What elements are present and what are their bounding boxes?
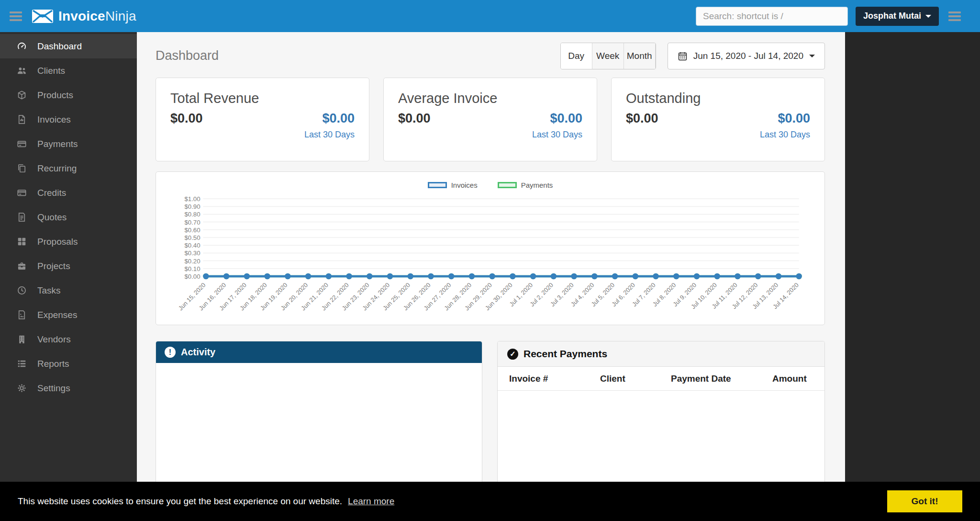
main-content: Dashboard DayWeekMonth Jun 15, 2020 - Ju… <box>137 32 845 482</box>
briefcase-icon <box>16 261 27 272</box>
image-file-icon <box>16 310 27 320</box>
sidebar-item-reports[interactable]: Reports <box>0 351 137 376</box>
payments-table-header: Invoice #ClientPayment DateAmount <box>498 367 824 391</box>
sidebar-toggle-icon[interactable] <box>10 11 22 21</box>
sidebar-item-payments[interactable]: Payments <box>0 132 137 156</box>
learn-more-link[interactable]: Learn more <box>348 496 394 507</box>
stat-card-total: $0.00 <box>626 111 658 126</box>
legend-swatch <box>498 182 517 188</box>
stat-card-period-link[interactable]: Last 30 Days <box>304 130 355 140</box>
svg-text:$0.00: $0.00 <box>184 273 200 280</box>
sidebar-item-settings[interactable]: Settings <box>0 376 137 400</box>
quote-file-icon <box>16 212 27 223</box>
chevron-down-icon <box>925 15 931 18</box>
chevron-down-icon <box>809 55 815 57</box>
svg-text:$0.20: $0.20 <box>184 257 200 264</box>
invoice-file-icon <box>16 114 27 125</box>
sidebar-item-label: Proposals <box>37 237 78 247</box>
recent-payments-panel: ✓ Recent Payments Invoice #ClientPayment… <box>497 341 825 482</box>
top-bar: InvoiceNinja Josphat Mutai <box>0 0 980 32</box>
revenue-chart-panel: InvoicesPayments $1.00$0.90$0.80$0.70$0.… <box>156 171 825 325</box>
stat-card: Outstanding $0.00 $0.00 Last 30 Days <box>611 78 825 161</box>
stat-card-title: Average Invoice <box>398 91 582 106</box>
sidebar-item-products[interactable]: Products <box>0 83 137 107</box>
sidebar-item-projects[interactable]: Projects <box>0 254 137 278</box>
building-icon <box>16 334 27 345</box>
sidebar-item-tasks[interactable]: Tasks <box>0 278 137 303</box>
credit-card-icon <box>16 139 27 149</box>
svg-text:$0.60: $0.60 <box>184 227 200 234</box>
sidebar-item-label: Recurring <box>37 163 77 174</box>
clock-icon <box>16 285 27 296</box>
range-button-day[interactable]: Day <box>561 43 592 69</box>
sidebar-item-proposals[interactable]: Proposals <box>0 229 137 254</box>
search-input[interactable] <box>696 7 848 26</box>
sidebar-item-label: Quotes <box>37 212 67 223</box>
sidebar-item-label: Credits <box>37 188 66 198</box>
gauge-icon <box>16 41 27 52</box>
svg-text:$0.30: $0.30 <box>184 249 200 257</box>
sidebar-item-label: Products <box>37 90 73 101</box>
range-button-group: DayWeekMonth <box>560 43 656 69</box>
exclamation-circle-icon: ! <box>165 347 176 358</box>
history-menu-icon[interactable] <box>948 11 961 21</box>
chart-legend: InvoicesPayments <box>164 179 817 191</box>
legend-item-payments[interactable]: Payments <box>498 181 553 189</box>
sidebar-item-clients[interactable]: Clients <box>0 58 137 83</box>
revenue-chart: $1.00$0.90$0.80$0.70$0.60$0.50$0.40$0.30… <box>164 191 817 321</box>
stat-card-total: $0.00 <box>398 111 431 126</box>
sidebar-item-quotes[interactable]: Quotes <box>0 205 137 229</box>
stat-card-period-link[interactable]: Last 30 Days <box>532 130 582 140</box>
user-name: Josphat Mutai <box>863 11 921 21</box>
sidebar-item-recurring[interactable]: Recurring <box>0 156 137 181</box>
sidebar-item-credits[interactable]: Credits <box>0 181 137 205</box>
sidebar-item-invoices[interactable]: Invoices <box>0 107 137 132</box>
sidebar-item-label: Payments <box>37 139 78 149</box>
activity-title: Activity <box>181 347 215 358</box>
svg-text:$1.00: $1.00 <box>184 195 200 203</box>
activity-panel: ! Activity <box>156 341 482 482</box>
activity-header: ! Activity <box>156 341 482 363</box>
recent-payments-title: Recent Payments <box>523 348 607 360</box>
date-range-button[interactable]: Jun 15, 2020 - Jul 14, 2020 <box>668 43 825 69</box>
range-button-week[interactable]: Week <box>592 43 624 69</box>
cube-icon <box>16 90 27 101</box>
legend-label: Invoices <box>451 181 478 189</box>
svg-text:$0.90: $0.90 <box>184 203 200 210</box>
sidebar-item-label: Tasks <box>37 285 61 296</box>
sidebar: Dashboard Clients Products Invoices Paym… <box>0 32 137 482</box>
payments-column-header-payment-date: Payment Date <box>671 374 772 384</box>
svg-text:$0.80: $0.80 <box>184 211 200 218</box>
got-it-button[interactable]: Got it! <box>887 490 962 512</box>
cookie-message: This website uses cookies to ensure you … <box>18 496 342 507</box>
sidebar-item-label: Vendors <box>37 334 71 345</box>
gear-icon <box>16 383 27 394</box>
range-button-month[interactable]: Month <box>624 43 656 69</box>
app-logo[interactable]: InvoiceNinja <box>32 9 136 24</box>
calendar-icon <box>678 51 688 61</box>
legend-item-invoices[interactable]: Invoices <box>428 181 478 189</box>
sidebar-item-expenses[interactable]: Expenses <box>0 303 137 327</box>
stat-card-period-link[interactable]: Last 30 Days <box>760 130 810 140</box>
sidebar-item-label: Settings <box>37 383 70 394</box>
sidebar-item-vendors[interactable]: Vendors <box>0 327 137 351</box>
date-range-value: Jun 15, 2020 - Jul 14, 2020 <box>693 51 803 61</box>
list-icon <box>16 359 27 369</box>
stat-card: Total Revenue $0.00 $0.00 Last 30 Days <box>156 78 369 161</box>
user-menu-button[interactable]: Josphat Mutai <box>856 7 939 26</box>
stat-card-period-value: $0.00 <box>760 111 810 126</box>
stat-card-title: Total Revenue <box>170 91 355 106</box>
stat-cards: Total Revenue $0.00 $0.00 Last 30 Days A… <box>156 78 825 161</box>
payments-column-header-client: Client <box>600 374 671 384</box>
brand-name: InvoiceNinja <box>58 9 136 24</box>
sidebar-item-label: Reports <box>37 359 69 369</box>
stat-card-total: $0.00 <box>170 111 203 126</box>
legend-swatch <box>428 182 447 188</box>
envelope-ninja-icon <box>32 9 54 23</box>
sidebar-item-label: Expenses <box>37 310 77 320</box>
stat-card: Average Invoice $0.00 $0.00 Last 30 Days <box>383 78 597 161</box>
sidebar-item-dashboard[interactable]: Dashboard <box>0 34 137 58</box>
users-icon <box>16 66 27 76</box>
payments-column-header-invoice-#: Invoice # <box>498 374 600 384</box>
recent-payments-header: ✓ Recent Payments <box>498 341 824 367</box>
